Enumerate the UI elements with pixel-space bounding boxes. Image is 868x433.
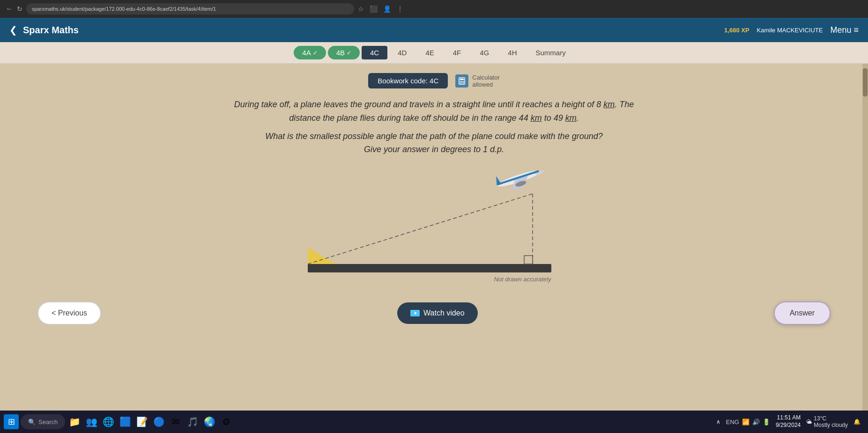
answer-button-label: Answer [790,309,815,317]
taskbar-chrome[interactable]: 🔵 [151,414,166,429]
taskbar-clock: 11:51 AM 9/29/2024 [776,414,801,429]
content-area: Bookwork code: 4C Calculator [0,64,868,433]
browser-url-bar[interactable]: sparxmaths.uk/student/package/172.000-ed… [26,3,354,15]
tab-4C[interactable]: 4C [362,46,387,59]
svg-marker-21 [417,311,420,315]
top-nav: ❮ Sparx Maths 1,680 XP Kamile MACKEVICIU… [0,18,868,42]
tab-4D[interactable]: 4D [389,46,415,59]
taskbar-store[interactable]: 🟦 [118,414,133,429]
question-line2: What is the smallest possible angle that… [265,130,602,157]
calculator-icon [455,74,468,88]
question-line1: During take off, a plane leaves the grou… [234,98,634,125]
allowed-label: allowed [472,81,500,88]
tab-4B-check: ✓ [347,50,351,56]
svg-marker-9 [308,248,336,264]
taskbar-mail[interactable]: ✉ [168,414,183,429]
tab-4G-label: 4G [480,49,489,57]
svg-rect-8 [308,264,551,272]
volume-icon[interactable]: 🔊 [752,418,760,426]
svg-rect-1 [460,79,464,80]
lang-indicator: ENG [726,418,739,426]
tab-4A-label: 4A [302,49,311,57]
diagram-container: Not drawn accurately [270,170,598,287]
star-icon[interactable]: ☆ [358,5,364,13]
weather-info: 13°C Mostly cloudy [814,415,848,428]
taskbar-notes[interactable]: 📝 [134,414,149,429]
taskbar-file-explorer[interactable]: 📁 [67,414,82,429]
extension-icon[interactable]: ⬛ [370,5,378,13]
url-text: sparxmaths.uk/student/package/172.000-ed… [32,6,216,12]
tab-4F-label: 4F [453,49,461,57]
taskbar-sys-icons: ENG 📶 🔊 🔋 [726,418,770,426]
menu-icon[interactable]: Menu ≡ [830,25,859,35]
search-label: Search [38,418,58,426]
taskbar-teams[interactable]: 👥 [84,414,99,429]
clock-time: 11:51 AM [776,414,801,422]
tab-4F[interactable]: 4F [445,46,470,59]
calculator-info: Calculator allowed [455,74,500,88]
main-container: ❮ Sparx Maths 1,680 XP Kamile MACKEVICIU… [0,18,868,433]
wifi-icon[interactable]: 📶 [742,418,749,426]
tab-4D-label: 4D [398,49,407,57]
svg-rect-3 [461,81,462,82]
diagram-svg [270,170,598,287]
svg-line-10 [308,194,533,264]
search-icon: 🔍 [28,418,36,426]
notification-icon[interactable]: 🔔 [853,418,861,425]
browser-chrome: ← ↻ sparxmaths.uk/student/package/172.00… [0,0,868,18]
nav-back-arrow[interactable]: ❮ [9,24,17,36]
tab-4B[interactable]: 4B ✓ [328,46,360,59]
previous-button-label: < Previous [52,309,87,317]
battery-icon[interactable]: 🔋 [763,418,770,426]
not-drawn-label: Not drawn accurately [494,276,551,283]
taskbar: ⊞ 🔍 Search 📁 👥 🌐 🟦 📝 🔵 ✉ 🎵 🌏 ⚙ ∧ ENG 📶 🔊… [0,411,868,433]
tab-4E-label: 4E [425,49,434,57]
calculator-text: Calculator allowed [472,74,500,88]
tab-summary-label: Summary [535,49,565,57]
start-button[interactable]: ⊞ [4,414,19,429]
tab-4G[interactable]: 4G [471,46,497,59]
tab-4E[interactable]: 4E [417,46,442,59]
tab-4B-label: 4B [336,49,345,57]
bookwork-bar: Bookwork code: 4C Calculator [368,73,500,88]
svg-rect-7 [463,82,464,83]
watch-video-label: Watch video [423,309,464,317]
taskbar-settings[interactable]: ⚙ [219,414,234,429]
taskbar-icon-3[interactable]: 🌐 [101,414,116,429]
profile-icon[interactable]: 👤 [383,5,391,13]
clock-date: 9/29/2024 [776,422,801,429]
svg-rect-4 [463,81,464,82]
watch-video-button[interactable]: Watch video [397,302,477,324]
browser-back-button[interactable]: ← [6,5,13,13]
user-name: Kamile MACKEVICIUTE [757,27,823,34]
previous-button[interactable]: < Previous [37,301,101,325]
taskbar-spotify[interactable]: 🎵 [185,414,200,429]
svg-rect-6 [461,82,462,83]
tab-4H[interactable]: 4H [499,46,525,59]
svg-rect-5 [460,82,461,83]
scrollbar[interactable] [862,64,868,433]
answer-button[interactable]: Answer [774,301,831,325]
tab-bar: 4A ✓ 4B ✓ 4C 4D 4E 4F 4G 4H Summary [0,42,868,64]
scrollbar-thumb[interactable] [863,68,868,96]
sparx-logo: Sparx Maths [23,25,79,36]
xp-badge: 1,680 XP [724,27,749,34]
tab-4A-check: ✓ [313,50,318,56]
tab-4A[interactable]: 4A ✓ [294,46,326,59]
browser-refresh-button[interactable]: ↻ [17,5,22,13]
browser-icons: ☆ ⬛ 👤 ⋮ [358,5,403,13]
settings-icon[interactable]: ⋮ [397,5,403,13]
weather-temp: 13°C [814,415,848,422]
weather-icon: 🌥 [806,418,812,425]
svg-rect-2 [460,81,461,82]
taskbar-search[interactable]: 🔍 Search [21,414,65,429]
tab-summary[interactable]: Summary [527,46,574,59]
svg-rect-12 [524,256,533,264]
bottom-bar: < Previous Watch video Answer [19,297,849,330]
tab-4C-label: 4C [370,49,379,57]
taskbar-browser2[interactable]: 🌏 [202,414,217,429]
nav-right: 1,680 XP Kamile MACKEVICIUTE Menu ≡ [724,25,859,35]
taskbar-weather: 🌥 13°C Mostly cloudy [806,415,848,428]
video-icon [410,310,420,316]
taskbar-expand[interactable]: ∧ [716,418,720,425]
